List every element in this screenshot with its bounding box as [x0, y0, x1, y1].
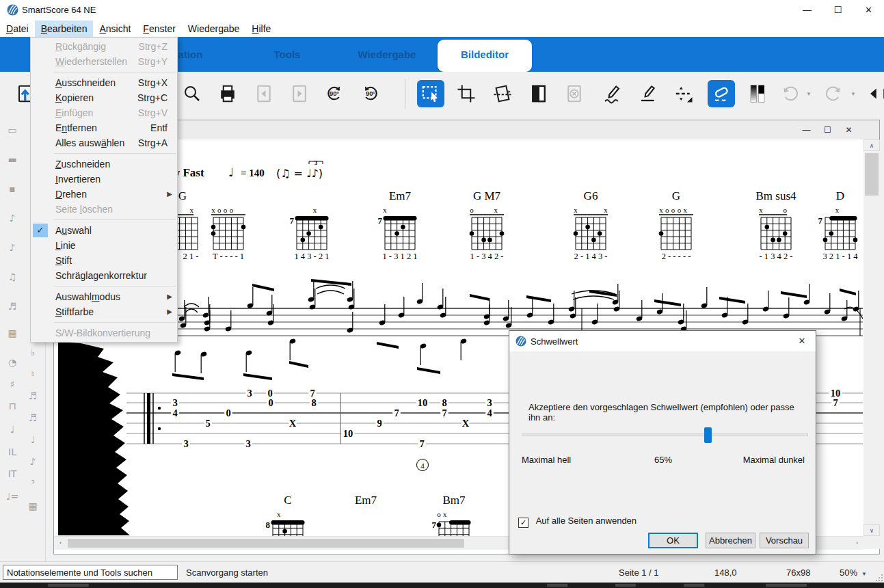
grace-note-tool-icon[interactable]: ♪: [10, 213, 16, 224]
threshold-slider-handle[interactable]: [704, 427, 712, 443]
grid1-tool-icon[interactable]: ▦: [8, 328, 16, 338]
text-l-tool-icon[interactable]: IL: [8, 446, 16, 457]
menu-item-entfernen[interactable]: EntfernenEntf: [31, 120, 177, 135]
note-tool-icon[interactable]: ♩: [31, 434, 36, 445]
menu-item-einfügen[interactable]: EinfügenStrg+V: [31, 105, 177, 120]
menu-item-alles-auswählen[interactable]: Alles auswählenStrg+A: [31, 135, 177, 150]
triplet-tool-icon[interactable]: ³: [31, 478, 35, 489]
menu-item-auswahl[interactable]: ✓Auswahl: [31, 223, 177, 238]
natural-tool-icon[interactable]: ♮: [31, 369, 34, 379]
doc-maximize-button[interactable]: ☐: [817, 120, 838, 139]
select-tool-icon[interactable]: [417, 80, 444, 107]
search-input[interactable]: [3, 565, 178, 580]
menu-item-invertieren[interactable]: Invertieren: [31, 172, 177, 187]
page-next-icon[interactable]: [286, 80, 313, 107]
deskew-icon[interactable]: [489, 80, 516, 107]
grid2-tool-icon[interactable]: ▦: [28, 500, 37, 511]
slash-note3-tool-icon[interactable]: ♬: [8, 301, 17, 312]
menu-item-ausschneiden[interactable]: AusschneidenStrg+X: [31, 75, 177, 90]
close-button[interactable]: ✕: [853, 0, 884, 21]
doc-close-button[interactable]: ✕: [838, 120, 859, 139]
menu-item-stift[interactable]: Stift: [31, 253, 177, 268]
menu-item-rückgängig[interactable]: RückgängigStrg+Z: [31, 39, 177, 54]
sharp-tool-icon[interactable]: ♯: [10, 379, 15, 390]
checkbox-check-icon[interactable]: ✓: [518, 518, 528, 528]
menubar-item-fenster[interactable]: Fenster: [137, 21, 181, 37]
bw-convert-icon[interactable]: [744, 80, 771, 107]
invert-page-icon[interactable]: [525, 80, 552, 107]
bracket-tool-icon[interactable]: ⊓: [9, 401, 16, 412]
rotate-ccw-icon[interactable]: 90°: [321, 80, 348, 107]
menubar-item-wiedergabe[interactable]: Wiedergabe: [182, 21, 246, 37]
line-draw-icon[interactable]: [634, 80, 662, 107]
menu-item-schräglagenkorrektur[interactable]: Schräglagenkorrektur: [31, 268, 177, 283]
doc-minimize-button[interactable]: —: [796, 120, 817, 139]
preview-button[interactable]: Vorschau: [760, 533, 809, 548]
menu-item-s/w-bildkonvertierung[interactable]: S/W-Bildkonvertierung: [31, 325, 177, 340]
dialog-titlebar[interactable]: Schwellwert ✕: [509, 331, 816, 351]
minimize-button[interactable]: —: [792, 0, 822, 21]
undo-dropdown-icon[interactable]: ▼: [806, 91, 813, 98]
flat-tool-icon[interactable]: ♭: [31, 347, 36, 358]
menu-item-wiederherstellen[interactable]: WiederherstellenStrg+Y: [31, 54, 177, 69]
redo-icon[interactable]: [820, 80, 848, 107]
tempo-tool-icon[interactable]: ♩=: [6, 491, 18, 502]
menu-separator: [54, 153, 176, 154]
cluster1-tool-icon[interactable]: ♬: [29, 390, 38, 401]
ribbon-tab-wiedergabe[interactable]: Wiedergabe: [346, 37, 428, 72]
crop-icon[interactable]: [453, 80, 480, 107]
document-window-titlebar[interactable]: — ☐ ✕: [54, 120, 879, 139]
menu-item-linie[interactable]: Linie: [31, 238, 177, 253]
page-prev-icon[interactable]: [250, 80, 278, 107]
scroll-right-icon[interactable]: ›: [851, 537, 863, 549]
zoom-dropdown-icon[interactable]: ▼: [861, 571, 867, 577]
cancel-button[interactable]: Abbrechen: [706, 533, 755, 548]
menubar-item-hilfe[interactable]: Hilfe: [245, 21, 277, 37]
pen-draw-icon[interactable]: [598, 80, 626, 107]
rotate-cw-icon[interactable]: 90°: [357, 80, 384, 107]
menubar-item-datei[interactable]: Datei: [0, 21, 35, 37]
timer-cursor-tool-icon[interactable]: ◔: [8, 357, 16, 368]
h-scroll-thumb[interactable]: [68, 539, 464, 548]
scroll-up-icon[interactable]: ∧: [863, 139, 880, 151]
menu-item-stiftfarbe[interactable]: Stiftfarbe▶: [31, 304, 177, 319]
print-icon[interactable]: [214, 80, 241, 107]
scroll-right-icon[interactable]: [872, 80, 884, 107]
menu-item-drehen[interactable]: Drehen▶: [31, 187, 177, 202]
v-scrollbar[interactable]: ∧ ∨: [863, 139, 880, 536]
dialog-close-icon[interactable]: ✕: [789, 331, 815, 351]
scroll-left-icon[interactable]: ‹: [55, 537, 66, 549]
threshold-slider-track[interactable]: [522, 433, 808, 436]
block-tool-icon[interactable]: ▪: [9, 183, 16, 194]
ok-button[interactable]: OK: [648, 533, 698, 548]
quarter-note-tool-icon[interactable]: ♩: [10, 424, 15, 435]
menubar-item-bearbeiten[interactable]: Bearbeiten: [35, 21, 94, 37]
slash-note1-tool-icon[interactable]: ♪: [10, 242, 16, 253]
line-thickness-icon[interactable]: [670, 80, 697, 107]
scan-start-label[interactable]: Scanvorgang starten: [186, 567, 268, 578]
slash-note2-tool-icon[interactable]: ♫: [8, 271, 17, 282]
zoom-icon[interactable]: [178, 80, 206, 107]
menubar-item-ansicht[interactable]: Ansicht: [93, 21, 137, 37]
menu-item-kopieren[interactable]: KopierenStrg+C: [31, 90, 177, 105]
zoom-level[interactable]: 50%: [840, 567, 857, 578]
undo-icon[interactable]: [776, 80, 803, 107]
eraser-icon[interactable]: [708, 80, 735, 107]
stave-tool-icon[interactable]: ▭: [8, 124, 16, 135]
redo-dropdown-icon[interactable]: ▼: [850, 91, 857, 98]
menu-item-auswahlmodus[interactable]: Auswahlmodus▶: [31, 289, 177, 304]
thick-barline-tool-icon[interactable]: ▬: [8, 154, 16, 165]
scroll-down-icon[interactable]: ∨: [863, 524, 880, 536]
cluster2-tool-icon[interactable]: ♬: [29, 412, 38, 423]
delete-page-icon[interactable]: [561, 80, 588, 107]
menu-item-zuschneiden[interactable]: Zuschneiden: [31, 157, 177, 172]
menu-item-seite-löschen[interactable]: Seite löschen: [31, 202, 177, 217]
resize-grip[interactable]: [876, 574, 883, 581]
text-t-tool-icon[interactable]: IT: [8, 468, 17, 479]
v-scroll-thumb[interactable]: [865, 153, 879, 196]
maximize-button[interactable]: ☐: [822, 0, 853, 21]
ribbon-tab-tools[interactable]: Tools: [246, 37, 328, 72]
apply-all-pages-checkbox[interactable]: ✓ Auf alle Seiten anwenden: [518, 516, 637, 528]
grace2-tool-icon[interactable]: ♪: [30, 456, 36, 467]
ribbon-tab-bildeditor[interactable]: Bildeditor: [438, 40, 532, 72]
